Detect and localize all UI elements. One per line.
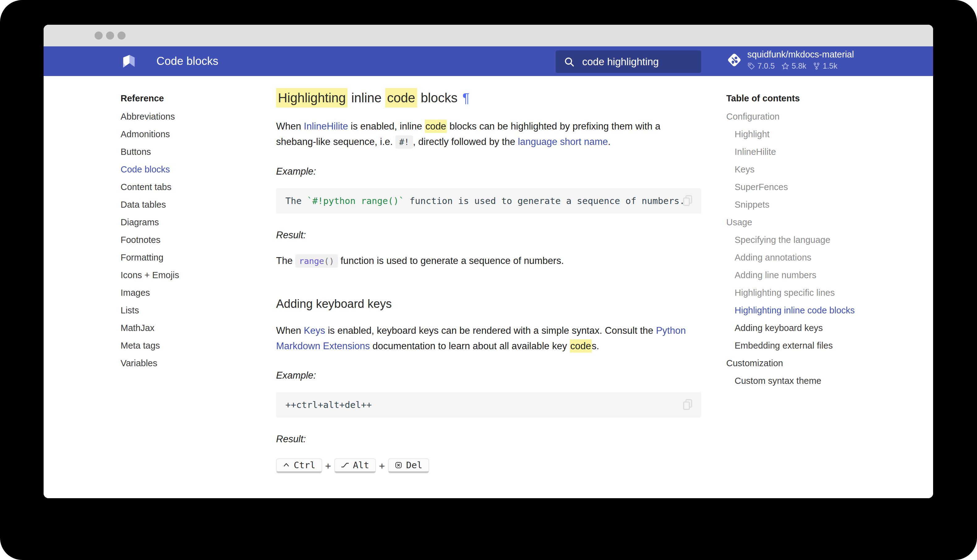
toc-item-custom-syntax-theme[interactable]: Custom syntax theme xyxy=(726,372,912,390)
paragraph-inlinehilite: When InlineHilite is enabled, inline cod… xyxy=(276,119,701,150)
copy-button[interactable] xyxy=(681,398,694,412)
paragraph-keys: When Keys is enabled, keyboard keys can … xyxy=(276,323,701,354)
kbd-plus: + xyxy=(325,460,331,471)
sidebar-item-data-tables[interactable]: Data tables xyxy=(120,196,269,213)
sidebar-item-lists[interactable]: Lists xyxy=(120,302,269,319)
fork-icon xyxy=(812,62,820,70)
article-h1: Highlighting inline code blocks¶ xyxy=(276,90,701,106)
browser-window: Code blocks squidfunk/mkdocs-mate xyxy=(43,25,933,498)
keyboard-keys-row: Ctrl + Alt + Del xyxy=(276,458,701,473)
window-close-button[interactable] xyxy=(95,32,103,40)
copy-button[interactable] xyxy=(681,194,694,207)
toc-item-inlinehilite[interactable]: InlineHilite xyxy=(726,143,912,161)
mkdocs-material-logo-icon[interactable] xyxy=(122,54,136,69)
sidebar-item-buttons[interactable]: Buttons xyxy=(120,143,269,161)
window-titlebar xyxy=(43,25,933,47)
del-icon xyxy=(395,462,402,469)
toc-item-specifying-language[interactable]: Specifying the language xyxy=(726,231,912,249)
toc-item-customization[interactable]: Customization xyxy=(726,355,912,372)
toc-item-embedding-external-files[interactable]: Embedding external files xyxy=(726,337,912,355)
git-icon xyxy=(726,52,742,68)
toc-item-usage[interactable]: Usage xyxy=(726,213,912,231)
sidebar-item-formatting[interactable]: Formatting xyxy=(120,249,269,267)
toc-item-configuration[interactable]: Configuration xyxy=(726,108,912,125)
window-minimize-button[interactable] xyxy=(106,32,114,40)
toc-item-adding-keyboard-keys[interactable]: Adding keyboard keys xyxy=(726,319,912,337)
search-box[interactable] xyxy=(555,50,701,73)
left-sidebar: Reference Abbreviations Admonitions Butt… xyxy=(120,76,269,372)
result-label-2: Result: xyxy=(276,433,701,445)
sidebar-item-icons-emojis[interactable]: Icons + Emojis xyxy=(120,267,269,284)
sidebar-item-code-blocks[interactable]: Code blocks xyxy=(120,161,269,178)
toc-item-adding-annotations[interactable]: Adding annotations xyxy=(726,249,912,267)
ctrl-icon xyxy=(283,462,290,468)
repo-forks: 1.5k xyxy=(812,62,837,70)
toc-title: Table of contents xyxy=(726,93,912,103)
alt-icon xyxy=(341,462,349,468)
table-of-contents: Table of contents Configuration Highligh… xyxy=(726,76,912,390)
sidebar-item-images[interactable]: Images xyxy=(120,284,269,302)
kbd-ctrl: Ctrl xyxy=(276,458,322,473)
toc-item-highlight[interactable]: Highlight xyxy=(726,125,912,143)
kbd-plus: + xyxy=(379,460,385,471)
sidebar-item-variables[interactable]: Variables xyxy=(120,355,269,372)
repo-version: 7.0.5 xyxy=(747,62,775,70)
page-content: Reference Abbreviations Admonitions Butt… xyxy=(43,76,933,498)
page-title: Code blocks xyxy=(157,47,218,76)
star-icon xyxy=(781,62,790,70)
kbd-alt: Alt xyxy=(334,458,376,473)
search-input[interactable] xyxy=(582,56,694,68)
toc-item-highlighting-specific-lines[interactable]: Highlighting specific lines xyxy=(726,284,912,302)
app-header: Code blocks squidfunk/mkdocs-mate xyxy=(43,47,933,76)
sidebar-item-footnotes[interactable]: Footnotes xyxy=(120,231,269,249)
code-block-inlinehilite: The `#!python range()` function is used … xyxy=(276,188,701,213)
repo-facts: 7.0.5 5.8k 1.5k xyxy=(747,62,854,70)
search-icon xyxy=(564,56,575,67)
repo-stars: 5.8k xyxy=(781,62,806,70)
sidebar-item-abbreviations[interactable]: Abbreviations xyxy=(120,108,269,125)
toc-item-highlighting-inline-code-blocks[interactable]: Highlighting inline code blocks xyxy=(726,302,912,319)
repo-name: squidfunk/mkdocs-material xyxy=(747,50,854,60)
toc-item-adding-line-numbers[interactable]: Adding line numbers xyxy=(726,267,912,284)
sidebar-item-diagrams[interactable]: Diagrams xyxy=(120,213,269,231)
paragraph-result: The range() function is used to generate… xyxy=(276,253,701,269)
sidebar-item-content-tabs[interactable]: Content tabs xyxy=(120,178,269,196)
result-label: Result: xyxy=(276,230,701,241)
sidebar-item-admonitions[interactable]: Admonitions xyxy=(120,125,269,143)
sidebar-item-mathjax[interactable]: MathJax xyxy=(120,319,269,337)
toc-item-superfences[interactable]: SuperFences xyxy=(726,178,912,196)
kbd-del: Del xyxy=(388,458,429,473)
code-block-keys: ++ctrl+alt+del++ xyxy=(276,392,701,418)
example-label: Example: xyxy=(276,166,701,177)
sidebar-section-title: Reference xyxy=(120,93,269,103)
toc-item-snippets[interactable]: Snippets xyxy=(726,196,912,213)
repo-link[interactable]: squidfunk/mkdocs-material 7.0.5 5.8k xyxy=(726,50,854,70)
article: Highlighting inline code blocks¶ When In… xyxy=(276,76,701,498)
example-label-2: Example: xyxy=(276,370,701,381)
article-h2-keyboard-keys: Adding keyboard keys xyxy=(276,297,701,311)
window-maximize-button[interactable] xyxy=(117,32,125,40)
sidebar-item-meta-tags[interactable]: Meta tags xyxy=(120,337,269,355)
tag-icon xyxy=(747,62,755,70)
toc-item-keys[interactable]: Keys xyxy=(726,161,912,178)
